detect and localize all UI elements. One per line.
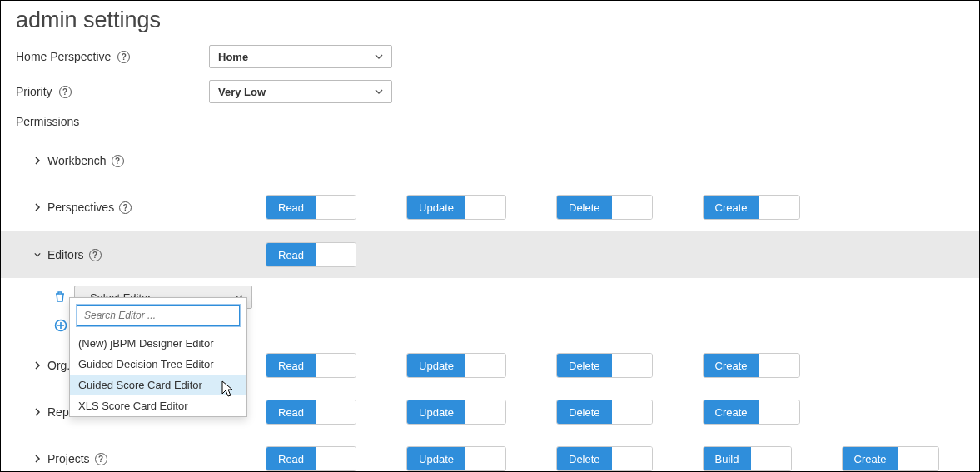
chevron-down-icon [375, 86, 383, 98]
home-perspective-select[interactable]: Home [209, 45, 392, 68]
editor-option-list: (New) jBPM Designer Editor Guided Decisi… [70, 333, 246, 416]
perm-label[interactable]: Editors [47, 248, 84, 261]
read-toggle[interactable]: Read [266, 242, 356, 267]
cursor-icon [221, 380, 235, 401]
help-icon[interactable]: ? [59, 86, 72, 98]
perm-label[interactable]: Projects [47, 452, 90, 465]
update-toggle[interactable]: Update [406, 195, 506, 220]
help-icon[interactable]: ? [89, 249, 102, 261]
chevron-right-icon[interactable] [34, 455, 42, 463]
perm-row-projects: Projects ? Read Update Delete Build Crea… [16, 435, 964, 472]
create-toggle[interactable]: Create [703, 353, 800, 378]
delete-toggle[interactable]: Delete [556, 400, 653, 425]
chevron-right-icon[interactable] [34, 157, 42, 165]
trash-icon[interactable] [54, 291, 66, 305]
help-icon[interactable]: ? [95, 453, 107, 465]
home-perspective-row: Home Perspective ? Home [16, 45, 964, 68]
delete-toggle[interactable]: Delete [556, 353, 653, 378]
editor-search-input[interactable] [77, 305, 240, 326]
create-toggle[interactable]: Create [842, 446, 939, 471]
help-icon[interactable]: ? [119, 201, 132, 214]
update-toggle[interactable]: Update [406, 446, 506, 471]
priority-select[interactable]: Very Low [209, 80, 392, 103]
editor-option[interactable]: XLS Score Card Editor [70, 395, 246, 416]
read-toggle[interactable]: Read [266, 400, 356, 425]
home-perspective-value: Home [218, 51, 248, 63]
editor-dropdown-panel: (New) jBPM Designer Editor Guided Decisi… [69, 297, 247, 417]
perm-label[interactable]: Workbench [47, 154, 107, 167]
update-toggle[interactable]: Update [406, 400, 506, 425]
chevron-right-icon[interactable] [34, 408, 42, 416]
read-toggle[interactable]: Read [266, 195, 356, 220]
priority-value: Very Low [218, 86, 266, 98]
editor-option[interactable]: Guided Score Card Editor [70, 375, 246, 395]
perm-row-perspectives: Perspectives ? Read Update Delete Create [16, 184, 964, 231]
home-perspective-label: Home Perspective [16, 50, 111, 63]
update-toggle[interactable]: Update [406, 353, 506, 378]
build-toggle[interactable]: Build [703, 446, 792, 471]
page-title: admin settings [16, 7, 964, 33]
create-toggle[interactable]: Create [703, 400, 800, 425]
add-icon[interactable] [54, 319, 67, 332]
perm-row-workbench: Workbench ? [16, 137, 964, 184]
permissions-heading: Permissions [16, 115, 964, 128]
help-icon[interactable]: ? [112, 155, 124, 167]
chevron-right-icon[interactable] [34, 203, 42, 211]
priority-label: Priority [16, 85, 52, 98]
delete-toggle[interactable]: Delete [556, 446, 653, 471]
delete-toggle[interactable]: Delete [556, 195, 653, 220]
chevron-down-icon[interactable] [34, 251, 42, 259]
perm-label[interactable]: Perspectives [47, 201, 114, 214]
read-toggle[interactable]: Read [266, 446, 356, 471]
editor-option[interactable]: (New) jBPM Designer Editor [70, 333, 246, 354]
help-icon[interactable]: ? [117, 51, 130, 63]
chevron-down-icon [375, 51, 383, 63]
priority-row: Priority ? Very Low [16, 80, 964, 103]
create-toggle[interactable]: Create [703, 195, 800, 220]
chevron-right-icon[interactable] [34, 361, 42, 370]
perm-row-editors: Editors ? Read [1, 231, 979, 279]
read-toggle[interactable]: Read [266, 353, 356, 378]
editor-option[interactable]: Guided Decision Tree Editor [70, 354, 246, 375]
